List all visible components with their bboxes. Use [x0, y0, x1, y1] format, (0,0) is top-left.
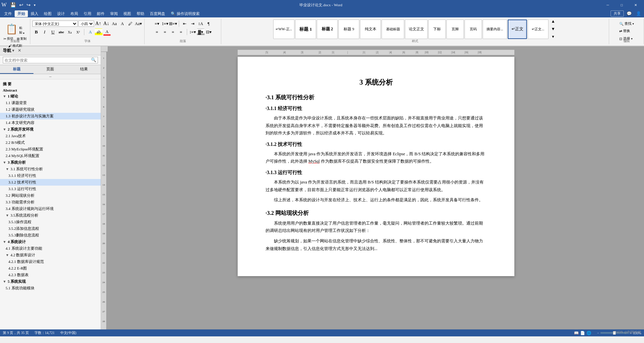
- style-h9[interactable]: 标题 9: [338, 20, 359, 39]
- align-left-btn[interactable]: ≡: [153, 29, 161, 36]
- collapse-all-btn[interactable]: ─: [1, 75, 99, 78]
- justify-btn[interactable]: ≡: [177, 29, 185, 36]
- tree-item[interactable]: ▼3.5系统流程分析: [0, 212, 101, 219]
- styles-scroll-up[interactable]: ▲: [549, 20, 557, 25]
- style-ww[interactable]: ↵WW-正...: [273, 20, 294, 39]
- subscript-btn[interactable]: X₂: [66, 29, 74, 36]
- show-formatting-btn[interactable]: ¶: [205, 20, 213, 27]
- tree-item[interactable]: ▼1 绪论: [0, 93, 101, 100]
- tree-item[interactable]: 3.5.1操作流程: [0, 219, 101, 225]
- tree-item[interactable]: 4.1 系统设计主要功能: [0, 245, 101, 252]
- qa-save[interactable]: 💾: [9, 2, 17, 8]
- font-color-btn[interactable]: A: [118, 20, 126, 27]
- share-btn[interactable]: 共享: [611, 10, 624, 17]
- read-view-btn[interactable]: 📖: [574, 331, 579, 335]
- menu-layout[interactable]: 布局: [68, 10, 81, 17]
- search-input[interactable]: [5, 58, 91, 62]
- style-current[interactable]: ↵正文: [508, 20, 527, 39]
- font-size-select[interactable]: 小四 A↑ A↓ Aa A 🖊 Aa▾: [78, 20, 142, 27]
- bullets-btn[interactable]: ≡▾: [153, 20, 161, 27]
- text-highlight-btn[interactable]: ab: [95, 29, 102, 36]
- tree-item[interactable]: 2.2 B/S模式: [0, 139, 101, 146]
- strikethrough-btn[interactable]: abc: [58, 29, 65, 36]
- close-btn[interactable]: ✕: [629, 1, 643, 9]
- menu-home[interactable]: 开始: [15, 10, 28, 17]
- menu-draw[interactable]: 绘图: [41, 10, 54, 17]
- tree-item[interactable]: ▼5 系统实现: [0, 278, 101, 285]
- qa-undo[interactable]: ↩: [18, 2, 24, 8]
- tree-item[interactable]: 3.4 系统设计规则与运行环境: [0, 205, 101, 212]
- document-area[interactable]: |5| |4| |3| |2| |1| | |1| |2| |4| |6| |8…: [108, 46, 644, 329]
- highlight-btn[interactable]: 🖊: [127, 20, 134, 27]
- style-more[interactable]: ↵正文...: [528, 20, 549, 39]
- tree-item[interactable]: 3.2 网站现状分析: [0, 192, 101, 199]
- increase-indent-btn[interactable]: ⇥: [189, 20, 197, 27]
- tree-item[interactable]: Abstract: [0, 87, 101, 93]
- tree-item[interactable]: 3.5.2添加信息流程: [0, 225, 101, 232]
- comments-btn[interactable]: 💬: [625, 11, 633, 17]
- italic-btn[interactable]: I: [41, 29, 48, 36]
- minimize-btn[interactable]: ─: [601, 1, 615, 9]
- style-page2[interactable]: 页码: [465, 20, 482, 39]
- borders-btn[interactable]: ⊟▾: [205, 29, 213, 36]
- menu-ref[interactable]: 引用: [81, 10, 94, 17]
- qa-dropdown[interactable]: ▾: [33, 3, 37, 7]
- tree-item[interactable]: 3.1.3 运行可行性: [0, 186, 101, 192]
- tree-item[interactable]: 1.1 课题背景: [0, 100, 101, 106]
- nav-tab-results[interactable]: 结果: [67, 65, 101, 74]
- tree-item[interactable]: ▼4.2 数据库设计: [0, 252, 101, 258]
- style-h2[interactable]: 标题 2: [317, 20, 338, 39]
- tree-item[interactable]: ▼3 系统分析: [0, 159, 101, 166]
- tree-item[interactable]: 3.1.1 经济可行性: [0, 172, 101, 179]
- decrease-font-btn[interactable]: A↓: [102, 20, 110, 27]
- replace-btn[interactable]: ⇄ 替换: [618, 28, 635, 34]
- style-thesis[interactable]: 论文正文: [405, 20, 428, 39]
- tree-item[interactable]: 1.3 初步设计方法与实施方案: [0, 113, 101, 119]
- tree-item[interactable]: 1.4 本文研究内容: [0, 119, 101, 126]
- style-base[interactable]: 基础标题: [382, 20, 404, 39]
- tree-item[interactable]: ▼4 系统设计: [0, 239, 101, 245]
- print-view-btn[interactable]: 📄: [580, 331, 585, 335]
- menu-baidu[interactable]: 百度网盘: [147, 10, 168, 17]
- change-case-btn[interactable]: Aa▾: [135, 20, 142, 27]
- tree-item[interactable]: 摘 要: [0, 81, 101, 87]
- menu-help[interactable]: 帮助: [134, 10, 147, 17]
- decrease-indent-btn[interactable]: ⇤: [181, 20, 189, 27]
- menu-insert[interactable]: 插入: [28, 10, 41, 17]
- bold-btn[interactable]: B: [32, 29, 40, 36]
- multilevel-btn[interactable]: ⊞≡▾: [169, 20, 177, 27]
- zoom-out-btn[interactable]: −: [597, 331, 599, 335]
- tree-item[interactable]: 4.2.1 数据库设计规范: [0, 258, 101, 265]
- style-h1[interactable]: 标题 1: [295, 20, 316, 39]
- paste-btn[interactable]: 📋 粘贴 ▾: [5, 20, 25, 35]
- clear-format-btn[interactable]: Aa: [110, 20, 118, 27]
- menu-mail[interactable]: 邮件: [94, 10, 107, 17]
- numbering-btn[interactable]: 1≡▾: [161, 20, 169, 27]
- tree-item[interactable]: 2.4 MySQL环境配置: [0, 153, 101, 159]
- style-sub[interactable]: 下标: [428, 20, 446, 39]
- find-btn[interactable]: 🔍 查找 ▾: [618, 21, 635, 26]
- text-effect-btn[interactable]: A: [86, 29, 94, 36]
- superscript-btn[interactable]: X²: [74, 29, 82, 36]
- style-page[interactable]: 页脚: [446, 20, 464, 39]
- tree-item[interactable]: 4.2.2 E-R图: [0, 265, 101, 272]
- tree-item[interactable]: 3.5.3删除信息流程: [0, 232, 101, 239]
- align-center-btn[interactable]: ≡: [161, 29, 169, 36]
- menu-file[interactable]: 文件: [1, 10, 15, 17]
- nav-tab-pages[interactable]: 页面: [33, 65, 67, 74]
- underline-btn[interactable]: U: [49, 29, 57, 36]
- menu-review[interactable]: 审阅: [107, 10, 121, 17]
- tree-item[interactable]: 3.3 功能需求分析: [0, 199, 101, 205]
- sort-btn[interactable]: ↕A: [197, 20, 205, 27]
- font-family-select[interactable]: 宋体 (中文正文): [32, 21, 78, 27]
- web-view-btn[interactable]: 🌐: [586, 331, 591, 335]
- tree-item[interactable]: 1.2 课题研究现状: [0, 106, 101, 113]
- shading-btn[interactable]: ▓▾: [197, 29, 205, 36]
- increase-font-btn[interactable]: A↑: [94, 20, 102, 27]
- tree-item[interactable]: 4.2.3 数据表: [0, 272, 101, 278]
- font-color-btn2[interactable]: A: [103, 29, 111, 36]
- styles-scroll-down[interactable]: ▼: [549, 26, 557, 33]
- tree-item[interactable]: ▼2 系统开发环境: [0, 126, 101, 133]
- nav-tab-headings[interactable]: 标题: [0, 65, 33, 74]
- tree-item[interactable]: ▼3.1 系统可行性分析: [0, 166, 101, 172]
